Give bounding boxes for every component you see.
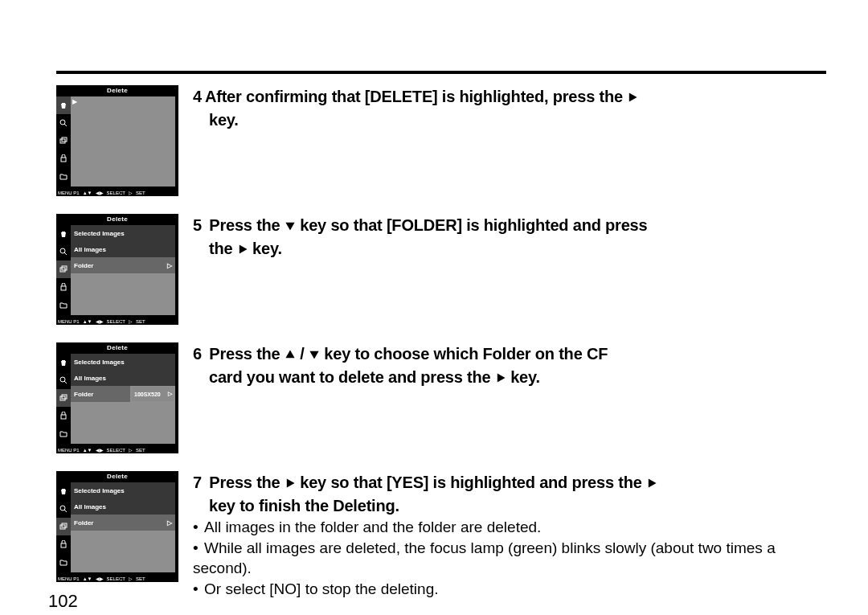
svg-rect-10 (61, 286, 66, 290)
manual-page: Delete (0, 0, 868, 615)
slideshow-icon (56, 518, 71, 535)
right-icon: ▷ (129, 190, 133, 195)
step-5-text: 5 Press the key so that [FOLDER] is high… (193, 214, 826, 260)
leftright-icon: ◀▶ (96, 318, 104, 324)
svg-marker-11 (285, 223, 294, 231)
lcd-body: Selected Images All Images Folder ▷ (71, 225, 175, 315)
lcd-footer: MENU P1 ▲▼ ◀▶ SELECT ▷ SET (56, 318, 178, 325)
folder-name-box: 100SX520 ▷ (132, 387, 174, 401)
step-4-number: 4 (193, 88, 202, 105)
right-icon: ▷ (129, 576, 133, 581)
lcd-sidebar-icons (56, 354, 71, 444)
step-5-number: 5 (193, 216, 202, 234)
folder-icon (56, 296, 71, 314)
right-arrow-icon (627, 86, 638, 109)
menu-item-folder: Folder ▷ (71, 257, 175, 273)
protect-icon (56, 535, 71, 553)
protect-icon (56, 278, 71, 296)
trash-icon (56, 482, 71, 500)
svg-marker-20 (497, 373, 506, 382)
step-7-text: 7 Press the key so that [YES] is highlig… (193, 471, 826, 517)
lcd-sidebar-icons (56, 225, 71, 315)
menu-item-all-images: All Images (71, 241, 175, 257)
menu-item-selected-images: Selected Images (71, 354, 175, 370)
right-arrow-icon (646, 472, 657, 494)
protect-icon (56, 150, 71, 167)
lcd-sidebar-icons (56, 96, 71, 187)
lcd-body: Selected Images All Images Folder ▷ (71, 482, 175, 572)
lcd-footer: MENU P1 ▲▼ ◀▶ SELECT ▷ SET (56, 575, 178, 582)
right-icon: ▷ (129, 447, 133, 453)
lcd-screen-7: Delete Selected Images All Images Folder… (56, 471, 178, 582)
note-3: Or select [NO] to stop the deleting. (204, 580, 438, 597)
svg-marker-18 (285, 350, 294, 358)
magnify-icon (56, 114, 71, 132)
lcd-sidebar-icons (56, 482, 71, 572)
lcd-body: Selected Images All Images Folder 100SX5… (71, 354, 175, 444)
step-6-row: Delete Selected Images All Images Folder… (56, 339, 826, 461)
protect-icon (56, 407, 71, 424)
folder-icon (56, 424, 71, 442)
note-1: All images in the folder and the folder … (204, 519, 541, 535)
step-7-number: 7 (193, 474, 202, 491)
slideshow-icon (56, 389, 71, 407)
step-7-row: Delete Selected Images All Images Folder… (56, 468, 826, 600)
folder-icon (56, 553, 71, 571)
folder-icon (56, 167, 71, 185)
lcd-screen-5: Delete Selected Images All Images Folder… (56, 214, 178, 325)
menu-item-selected-images: Selected Images (71, 225, 175, 241)
svg-marker-5 (629, 92, 637, 101)
right-arrow-icon (237, 238, 248, 260)
updown-icon: ▲▼ (83, 319, 92, 324)
footer-select: SELECT (107, 191, 125, 195)
lcd-title: Delete (56, 214, 178, 223)
svg-marker-19 (309, 351, 318, 359)
trash-icon (56, 225, 71, 243)
step-7-notes: •All images in the folder and the folder… (193, 517, 826, 600)
step-4-row: Delete (56, 82, 826, 204)
svg-rect-25 (61, 543, 66, 547)
page-number: 102 (48, 591, 78, 612)
menu-item-selected-images: Selected Images (71, 482, 175, 498)
footer-menu: MENU P1 (58, 191, 80, 195)
svg-line-22 (64, 510, 67, 512)
top-divider (56, 71, 826, 74)
lcd-footer: MENU P1 ▲▼ ◀▶ SELECT ▷ SET (56, 446, 178, 453)
right-indicator-icon: ▷ (167, 519, 172, 527)
svg-rect-17 (61, 415, 66, 419)
menu-item-folder: Folder ▷ (71, 515, 175, 531)
trash-icon (56, 96, 71, 114)
step-5-row: Delete Selected Images All Images Folder… (56, 211, 826, 333)
leftright-icon: ◀▶ (96, 190, 104, 195)
step-6-text: 6 Press the / key to choose which Folder… (193, 342, 826, 389)
up-arrow-icon (285, 343, 296, 366)
lcd-footer: MENU P1 ▲▼ ◀▶ SELECT ▷ SET (56, 189, 178, 196)
lcd-body (71, 96, 175, 187)
footer-set: SET (136, 191, 145, 195)
step-6-number: 6 (193, 345, 202, 363)
slideshow-icon (56, 132, 71, 150)
magnify-icon (56, 243, 71, 260)
lcd-screen-6: Delete Selected Images All Images Folder… (56, 342, 178, 453)
down-arrow-icon (309, 343, 320, 366)
down-arrow-icon (285, 215, 296, 237)
step-4-text: 4After confirming that [DELETE] is highl… (193, 85, 826, 131)
right-indicator-icon: ▷ (167, 262, 172, 269)
magnify-icon (56, 371, 71, 389)
play-indicator-icon: ▶ (72, 98, 77, 105)
trash-icon (56, 354, 71, 371)
note-2: While all images are deleted, the focus … (193, 539, 776, 577)
slideshow-icon (56, 260, 71, 278)
menu-item-folder: Folder (71, 386, 130, 402)
updown-icon: ▲▼ (83, 448, 92, 453)
svg-line-14 (64, 381, 67, 383)
svg-marker-12 (240, 244, 248, 253)
menu-item-all-images: All Images (71, 370, 175, 386)
svg-marker-27 (649, 478, 657, 487)
lcd-title: Delete (56, 342, 178, 352)
lcd-screen-4: Delete (56, 85, 178, 196)
leftright-icon: ◀▶ (96, 576, 104, 581)
magnify-icon (56, 500, 71, 518)
leftright-icon: ◀▶ (96, 447, 104, 453)
right-arrow-icon (495, 367, 506, 389)
